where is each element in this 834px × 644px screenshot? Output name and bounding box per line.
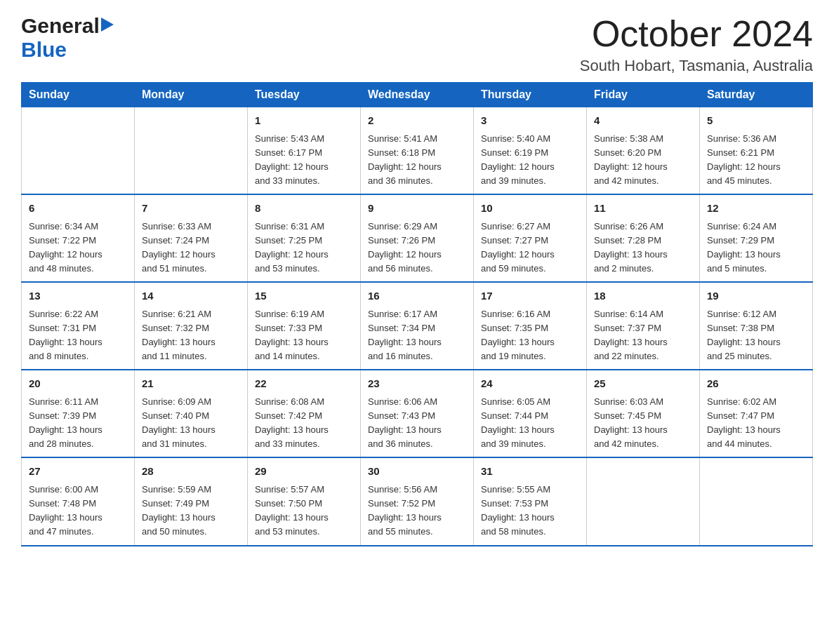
calendar-table: SundayMondayTuesdayWednesdayThursdayFrid…	[21, 82, 813, 546]
calendar-cell	[22, 107, 135, 195]
day-number: 5	[707, 113, 805, 129]
title-block: October 2024 South Hobart, Tasmania, Aus…	[580, 14, 813, 75]
day-of-week-header: Monday	[135, 83, 248, 107]
day-info: Sunrise: 6:00 AM Sunset: 7:48 PM Dayligh…	[29, 484, 102, 537]
day-number: 19	[707, 288, 805, 304]
day-info: Sunrise: 6:27 AM Sunset: 7:27 PM Dayligh…	[481, 221, 555, 274]
day-number: 11	[594, 201, 692, 217]
day-info: Sunrise: 5:57 AM Sunset: 7:50 PM Dayligh…	[255, 484, 329, 537]
day-info: Sunrise: 5:43 AM Sunset: 6:17 PM Dayligh…	[255, 133, 329, 186]
day-number: 17	[481, 288, 579, 304]
day-info: Sunrise: 6:21 AM Sunset: 7:32 PM Dayligh…	[142, 309, 216, 361]
calendar-cell: 15Sunrise: 6:19 AM Sunset: 7:33 PM Dayli…	[248, 282, 361, 370]
day-info: Sunrise: 6:33 AM Sunset: 7:24 PM Dayligh…	[142, 221, 216, 274]
calendar-cell: 2Sunrise: 5:41 AM Sunset: 6:18 PM Daylig…	[361, 107, 474, 195]
day-number: 20	[29, 376, 127, 392]
day-number: 29	[255, 464, 353, 480]
calendar-cell: 24Sunrise: 6:05 AM Sunset: 7:44 PM Dayli…	[474, 370, 587, 457]
calendar-cell: 1Sunrise: 5:43 AM Sunset: 6:17 PM Daylig…	[248, 107, 361, 195]
calendar-cell: 16Sunrise: 6:17 AM Sunset: 7:34 PM Dayli…	[361, 282, 474, 370]
calendar-cell	[135, 107, 248, 195]
calendar-week-row: 13Sunrise: 6:22 AM Sunset: 7:31 PM Dayli…	[22, 282, 813, 370]
day-info: Sunrise: 6:06 AM Sunset: 7:43 PM Dayligh…	[368, 396, 442, 449]
calendar-cell: 27Sunrise: 6:00 AM Sunset: 7:48 PM Dayli…	[22, 457, 135, 545]
calendar-week-row: 27Sunrise: 6:00 AM Sunset: 7:48 PM Dayli…	[22, 457, 813, 545]
calendar-cell: 9Sunrise: 6:29 AM Sunset: 7:26 PM Daylig…	[361, 194, 474, 282]
day-number: 1	[255, 113, 353, 129]
day-info: Sunrise: 6:09 AM Sunset: 7:40 PM Dayligh…	[142, 396, 216, 449]
logo: General Blue	[21, 14, 114, 62]
day-info: Sunrise: 6:11 AM Sunset: 7:39 PM Dayligh…	[29, 396, 102, 449]
day-number: 4	[594, 113, 692, 129]
calendar-cell: 19Sunrise: 6:12 AM Sunset: 7:38 PM Dayli…	[700, 282, 813, 370]
calendar-cell	[700, 457, 813, 545]
calendar-cell: 22Sunrise: 6:08 AM Sunset: 7:42 PM Dayli…	[248, 370, 361, 457]
logo-blue-text: Blue	[21, 38, 67, 62]
day-number: 31	[481, 464, 579, 480]
day-info: Sunrise: 5:38 AM Sunset: 6:20 PM Dayligh…	[594, 133, 668, 186]
day-number: 23	[368, 376, 466, 392]
calendar-cell: 20Sunrise: 6:11 AM Sunset: 7:39 PM Dayli…	[22, 370, 135, 457]
day-number: 30	[368, 464, 466, 480]
day-info: Sunrise: 5:41 AM Sunset: 6:18 PM Dayligh…	[368, 133, 442, 186]
logo-general-text: General	[21, 14, 100, 38]
calendar-body: 1Sunrise: 5:43 AM Sunset: 6:17 PM Daylig…	[22, 107, 813, 546]
day-number: 7	[142, 201, 240, 217]
day-number: 24	[481, 376, 579, 392]
day-number: 10	[481, 201, 579, 217]
calendar-cell: 29Sunrise: 5:57 AM Sunset: 7:50 PM Dayli…	[248, 457, 361, 545]
calendar-week-row: 6Sunrise: 6:34 AM Sunset: 7:22 PM Daylig…	[22, 194, 813, 282]
calendar-cell: 30Sunrise: 5:56 AM Sunset: 7:52 PM Dayli…	[361, 457, 474, 545]
day-number: 6	[29, 201, 127, 217]
main-title: October 2024	[580, 14, 813, 54]
day-number: 27	[29, 464, 127, 480]
day-info: Sunrise: 6:05 AM Sunset: 7:44 PM Dayligh…	[481, 396, 555, 449]
day-of-week-header: Sunday	[22, 83, 135, 107]
day-info: Sunrise: 6:24 AM Sunset: 7:29 PM Dayligh…	[707, 221, 781, 274]
day-info: Sunrise: 5:59 AM Sunset: 7:49 PM Dayligh…	[142, 484, 216, 537]
day-of-week-header: Thursday	[474, 83, 587, 107]
calendar-cell: 8Sunrise: 6:31 AM Sunset: 7:25 PM Daylig…	[248, 194, 361, 282]
svg-marker-0	[101, 18, 114, 32]
calendar-cell: 25Sunrise: 6:03 AM Sunset: 7:45 PM Dayli…	[587, 370, 700, 457]
calendar-cell: 5Sunrise: 5:36 AM Sunset: 6:21 PM Daylig…	[700, 107, 813, 195]
day-number: 2	[368, 113, 466, 129]
day-info: Sunrise: 5:36 AM Sunset: 6:21 PM Dayligh…	[707, 133, 781, 186]
day-info: Sunrise: 6:34 AM Sunset: 7:22 PM Dayligh…	[29, 221, 102, 274]
day-info: Sunrise: 6:26 AM Sunset: 7:28 PM Dayligh…	[594, 221, 668, 274]
day-info: Sunrise: 6:16 AM Sunset: 7:35 PM Dayligh…	[481, 309, 555, 361]
calendar-cell: 17Sunrise: 6:16 AM Sunset: 7:35 PM Dayli…	[474, 282, 587, 370]
day-number: 3	[481, 113, 579, 129]
day-info: Sunrise: 5:56 AM Sunset: 7:52 PM Dayligh…	[368, 484, 442, 537]
day-number: 26	[707, 376, 805, 392]
calendar-cell: 12Sunrise: 6:24 AM Sunset: 7:29 PM Dayli…	[700, 194, 813, 282]
day-info: Sunrise: 6:19 AM Sunset: 7:33 PM Dayligh…	[255, 309, 329, 361]
logo-arrow-icon	[101, 18, 114, 34]
calendar-header: SundayMondayTuesdayWednesdayThursdayFrid…	[22, 83, 813, 107]
day-number: 14	[142, 288, 240, 304]
day-info: Sunrise: 6:17 AM Sunset: 7:34 PM Dayligh…	[368, 309, 442, 361]
day-of-week-header: Wednesday	[361, 83, 474, 107]
day-number: 21	[142, 376, 240, 392]
calendar-cell: 13Sunrise: 6:22 AM Sunset: 7:31 PM Dayli…	[22, 282, 135, 370]
day-number: 25	[594, 376, 692, 392]
day-info: Sunrise: 6:22 AM Sunset: 7:31 PM Dayligh…	[29, 309, 102, 361]
day-number: 13	[29, 288, 127, 304]
day-of-week-header: Saturday	[700, 83, 813, 107]
days-of-week-row: SundayMondayTuesdayWednesdayThursdayFrid…	[22, 83, 813, 107]
calendar-cell: 7Sunrise: 6:33 AM Sunset: 7:24 PM Daylig…	[135, 194, 248, 282]
day-info: Sunrise: 6:31 AM Sunset: 7:25 PM Dayligh…	[255, 221, 329, 274]
calendar-cell: 14Sunrise: 6:21 AM Sunset: 7:32 PM Dayli…	[135, 282, 248, 370]
calendar-cell: 11Sunrise: 6:26 AM Sunset: 7:28 PM Dayli…	[587, 194, 700, 282]
calendar-cell: 21Sunrise: 6:09 AM Sunset: 7:40 PM Dayli…	[135, 370, 248, 457]
day-of-week-header: Tuesday	[248, 83, 361, 107]
day-info: Sunrise: 5:40 AM Sunset: 6:19 PM Dayligh…	[481, 133, 555, 186]
subtitle: South Hobart, Tasmania, Australia	[580, 57, 813, 75]
day-info: Sunrise: 6:03 AM Sunset: 7:45 PM Dayligh…	[594, 396, 668, 449]
day-info: Sunrise: 6:02 AM Sunset: 7:47 PM Dayligh…	[707, 396, 781, 449]
day-number: 9	[368, 201, 466, 217]
day-number: 18	[594, 288, 692, 304]
calendar-cell: 31Sunrise: 5:55 AM Sunset: 7:53 PM Dayli…	[474, 457, 587, 545]
calendar-cell: 28Sunrise: 5:59 AM Sunset: 7:49 PM Dayli…	[135, 457, 248, 545]
day-number: 12	[707, 201, 805, 217]
